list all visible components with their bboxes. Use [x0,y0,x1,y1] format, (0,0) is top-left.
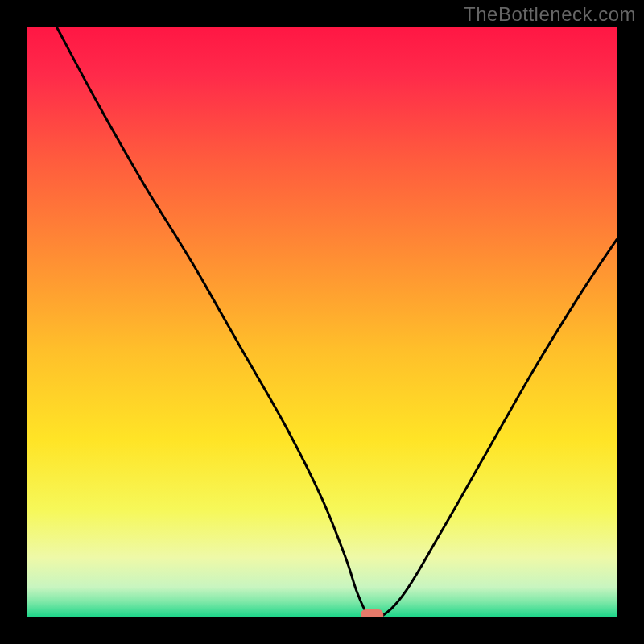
minimum-marker [361,609,383,617]
plot-svg [27,27,617,617]
plot-background [27,27,617,617]
bottleneck-plot [27,27,617,617]
chart-frame: TheBottleneck.com [0,0,644,644]
watermark-label: TheBottleneck.com [464,3,636,26]
